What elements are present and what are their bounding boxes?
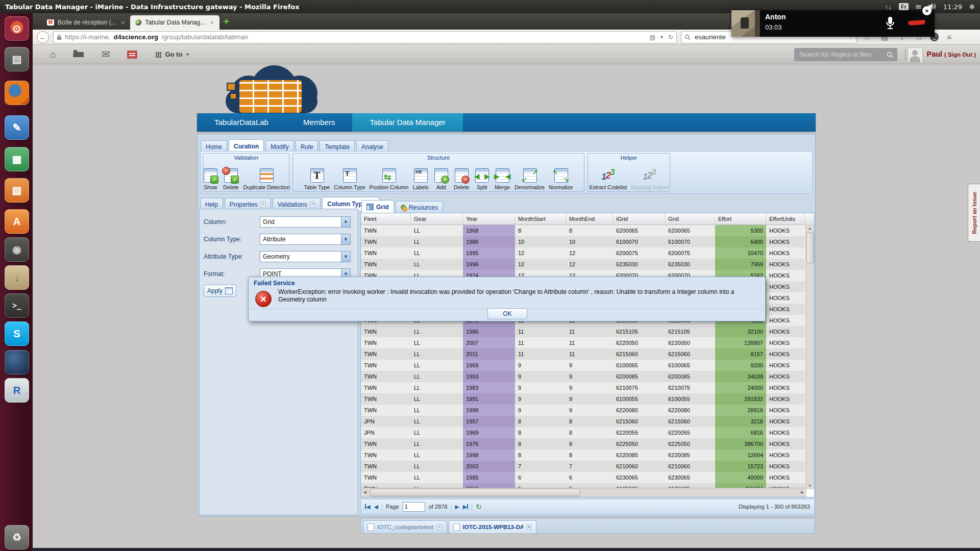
archive-manager-icon[interactable]: ↓	[5, 265, 29, 290]
page-first-button[interactable]: ◀	[365, 504, 370, 510]
clock[interactable]: 11:29	[943, 3, 962, 11]
webcam-app-icon[interactable]: ◉	[5, 237, 29, 262]
refresh-icon[interactable]: ↻	[476, 503, 482, 511]
firefox-icon[interactable]	[5, 81, 29, 105]
session-gear-icon[interactable]: ✻	[969, 4, 975, 10]
sitenav-item-tabular-data-manager[interactable]: Tabular Data Manager	[352, 113, 462, 132]
hang-up-icon[interactable]	[908, 19, 925, 27]
libreoffice-impress-icon[interactable]: ▧	[5, 178, 29, 203]
field-select[interactable]: Geometry▼	[260, 251, 351, 262]
table-row[interactable]: TWNLL196888620006562000655300HOOKS	[361, 225, 814, 236]
table-row[interactable]: JPNLL196988622005562200556816HOOKS	[361, 427, 814, 438]
column-header-gear[interactable]: Gear	[411, 213, 463, 224]
delete-button[interactable]: −✓Delete	[221, 162, 240, 191]
table-row[interactable]: TWNLL196999610006561000659200HOOKS	[361, 360, 814, 371]
chat-icon[interactable]	[127, 51, 137, 59]
split-button[interactable]: ◀▶Split	[472, 162, 492, 191]
terminal-icon[interactable]: >_	[5, 293, 29, 318]
delete-button[interactable]: −Delete	[452, 162, 471, 191]
table-row[interactable]: TWNLL19919961000556100055291832HOOKS	[361, 393, 814, 405]
table-row[interactable]: TWNLL1983996210075621007524000HOOKS	[361, 382, 814, 393]
duplicate-detection-button[interactable]: Duplicate Detection	[241, 162, 291, 191]
horizontal-scrollbar[interactable]: ◀ ▶	[361, 488, 806, 497]
ok-button[interactable]: OK	[487, 308, 527, 319]
denormalize-button[interactable]: ↗↙Denormalize	[513, 162, 546, 191]
table-type-button[interactable]: TTable Type	[303, 162, 332, 191]
trash-icon[interactable]: ♻	[5, 525, 29, 549]
close-tab-icon[interactable]: ✕	[209, 20, 214, 26]
page-number-input[interactable]	[403, 502, 425, 512]
column-header-year[interactable]: Year	[463, 213, 515, 224]
sitenav-item-members[interactable]: Members	[286, 113, 353, 132]
table-row[interactable]: TWNLL1985666230065623006549000HOOKS	[361, 472, 814, 483]
libreoffice-calc-icon[interactable]: ▦	[5, 147, 29, 171]
table-row[interactable]: TWNLL2003776210060621006015723HOOKS	[361, 461, 814, 472]
vertical-scroll-thumb[interactable]	[806, 233, 814, 263]
table-row[interactable]: TWNLL19861010610007061000706400HOOKS	[361, 236, 814, 247]
normalize-button[interactable]: ↘↖Normalize	[547, 162, 574, 191]
merge-button[interactable]: ▶◀Merge	[493, 162, 512, 191]
close-tab-icon[interactable]: ✕	[310, 201, 316, 208]
column-header-fleet[interactable]: Fleet	[361, 213, 411, 224]
ubuntu-software-icon[interactable]: A	[5, 209, 29, 234]
show-button[interactable]: ✓Show	[201, 162, 220, 191]
globe-app-icon[interactable]	[5, 350, 29, 374]
report-an-issue-tab[interactable]: Report an Issue	[968, 184, 980, 242]
sign-out-link[interactable]: ( Sign Out )	[944, 52, 976, 58]
files-icon[interactable]: ▤	[5, 47, 29, 71]
back-button[interactable]: ←	[37, 31, 49, 43]
close-tab-icon[interactable]: ✕	[436, 524, 443, 531]
close-tab-icon[interactable]: ✕	[526, 524, 532, 531]
table-row[interactable]: TWNLL2007111162200506220050139907HOOKS	[361, 337, 814, 348]
libreoffice-writer-icon[interactable]: ✎	[5, 115, 29, 140]
extract-codelist-button[interactable]: 123Extract Codelist	[588, 162, 629, 191]
table-row[interactable]: TWNLL19768862250506225050386700HOOKS	[361, 438, 814, 449]
document-tab[interactable]: IOTC-2015-WPB13-DA✕	[449, 520, 537, 533]
close-call-icon[interactable]: ✕	[922, 6, 932, 15]
url-bar[interactable]: https://i-marine.d4science.org/group/tab…	[53, 31, 677, 43]
new-tab-button[interactable]: +	[224, 16, 230, 30]
vertical-scrollbar[interactable]: ▲ ▼	[805, 224, 814, 489]
document-tab[interactable]: IOTC_codegeartotest✕	[363, 520, 447, 533]
portal-search-input[interactable]	[798, 51, 884, 59]
sitenav-item-tabulardatalab[interactable]: TabularDataLab	[197, 113, 286, 132]
mail-indicator-icon[interactable]: ✉	[916, 4, 921, 10]
scroll-down-icon[interactable]: ▼	[806, 482, 814, 489]
column-header-monthstart[interactable]: MonthStart	[515, 213, 566, 224]
column-header-effortunits[interactable]: EffortUnits	[766, 213, 805, 224]
column-header-grid[interactable]: Grid	[665, 213, 715, 224]
apply-button[interactable]: Apply	[204, 285, 236, 297]
field-select[interactable]: Attribute▼	[260, 234, 351, 245]
add-button[interactable]: +Add	[431, 162, 451, 191]
scroll-left-icon[interactable]: ◀	[361, 488, 369, 496]
scroll-right-icon[interactable]: ▶	[798, 488, 806, 496]
menu-icon[interactable]: ≡	[943, 33, 956, 41]
grid-tab-grid[interactable]: Grid	[361, 200, 394, 213]
page-prev-button[interactable]: ◀	[374, 504, 378, 510]
column-header-effort[interactable]: Effort	[715, 213, 766, 224]
page-last-button[interactable]: ▶	[463, 504, 468, 510]
column-header-monthend[interactable]: MonthEnd	[566, 213, 613, 224]
labels-button[interactable]: ABLabels	[411, 162, 430, 191]
table-row[interactable]: TWNLL1998886220085622008512604HOOKS	[361, 449, 814, 461]
portal-home-icon[interactable]: ⌂	[50, 49, 56, 59]
reload-icon[interactable]: ↻	[668, 34, 673, 41]
browser-tab[interactable]: Tabular Data Manag...✕	[130, 15, 219, 30]
avatar[interactable]	[908, 47, 923, 63]
column-type-button[interactable]: TColumn Type	[332, 162, 367, 191]
table-row[interactable]: TWNLL198011116215105621510532100HOOKS	[361, 326, 814, 337]
workspace-folder-icon[interactable]	[73, 49, 84, 59]
page-next-button[interactable]: ▶	[455, 504, 459, 510]
table-row[interactable]: JPNLL195788621506062150603218HOOKS	[361, 416, 814, 427]
horizontal-scroll-thumb[interactable]	[370, 489, 580, 496]
page-actions-chevron-icon[interactable]: ▼	[659, 35, 664, 40]
table-row[interactable]: TWNLL1993996200085620008534038HOOKS	[361, 371, 814, 382]
table-row[interactable]: TWNLL1999996220080622008028916HOOKS	[361, 405, 814, 416]
messages-mail-icon[interactable]: ✉	[102, 49, 110, 59]
skype-icon[interactable]: S	[5, 321, 29, 346]
browser-tab[interactable]: MBoîte de réception (...✕	[42, 15, 130, 30]
portal-search[interactable]	[794, 48, 897, 61]
table-row[interactable]: TWNLL199512126200075620007510470HOOKS	[361, 247, 814, 259]
scroll-up-icon[interactable]: ▲	[806, 224, 814, 232]
reader-mode-icon[interactable]: ▤	[650, 34, 655, 41]
